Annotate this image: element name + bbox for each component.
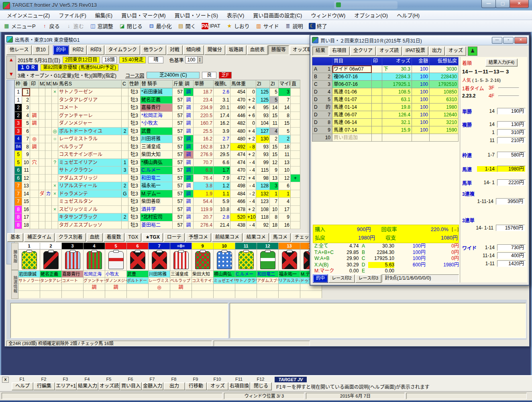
toolbar-button-4[interactable]: ◪閉じる: [119, 22, 143, 30]
silk-column[interactable]: 7川田将雅レーヴミスト◎: [149, 243, 170, 298]
silk-column[interactable]: 6武豊ポルトドート: [127, 243, 149, 298]
race-next-arrow-icon[interactable]: ▼: [7, 71, 16, 78]
table-row[interactable]: B48調ベルラップ牡3三浦皇成57調162.813.7492- 8931518: [15, 143, 300, 151]
racecard-bottom-tab-9[interactable]: 前結果コメ: [212, 233, 243, 242]
racecard-tab-9[interactable]: 開催分: [204, 45, 225, 55]
table-row[interactable]: 24調グァンチャーレ牡3*松岡正海57調220.517.4446+ 693158: [15, 112, 300, 120]
table-row[interactable]: 715ミュゼスルタン牡3柴田善臣57調54.45.9466- 412374: [15, 198, 300, 206]
course-map-link[interactable]: コース図: [125, 72, 144, 79]
fkey-button-F7[interactable]: 金額入力: [142, 382, 163, 390]
table-row[interactable]: 35調ダノンメジャー牡3*小牧太57調160.716.248201041115: [15, 120, 300, 128]
race-prev-arrow-icon[interactable]: ▲: [7, 56, 16, 63]
silk-column[interactable]: 11C.ルメーサトノクラウン: [235, 243, 257, 298]
silk-column[interactable]: =8=三浦皇成ベルラップ調: [170, 243, 192, 298]
bet-row[interactable]: 10買い目追加: [312, 134, 459, 142]
table-row[interactable]: 23コメート牡3嘉藤貴行57調234.920.1490+ 4951414: [15, 104, 300, 112]
fkey-button-F3[interactable]: エリア+1: [55, 382, 77, 390]
close-button[interactable]: ✕: [510, 0, 529, 8]
racecard-bottom-tab-0[interactable]: 基本: [7, 233, 23, 242]
silk-column[interactable]: 9柴田大知コスモナイン: [192, 243, 214, 298]
racecard-tab-11[interactable]: 血統表: [247, 45, 268, 55]
menu-item-8[interactable]: オプション(O): [350, 10, 392, 20]
table-row[interactable]: 47◎○レーヴミストラル牡3川田将雅57調16.22.7480+ 213022: [15, 135, 300, 143]
silk-column[interactable]: 1岩田康誠サトノラーゼ: [18, 243, 40, 298]
racecard-bottom-tab-4[interactable]: 着度数: [104, 233, 124, 242]
menu-item-7[interactable]: ウィンドウ(W): [306, 10, 350, 20]
table-row[interactable]: 36◎ポルトドートウィユ2牡3武豊57調25.53.9480+ 412745: [15, 128, 300, 136]
toolbar-button-11[interactable]: ☾終了: [309, 22, 327, 30]
racecard-tab-4[interactable]: R印3: [87, 45, 104, 55]
racecard-tab-2[interactable]: 的中: [53, 45, 69, 55]
bet-minimize-button[interactable]: —: [492, 37, 502, 44]
toolbar-button-9[interactable]: ▥サイド: [255, 22, 279, 30]
racecard-bottom-tab-3[interactable]: 血統: [87, 233, 103, 242]
racecard-tab-8[interactable]: 傾向検: [183, 45, 204, 55]
silk-column[interactable]: 12和田竜二アダムスブリッ: [257, 243, 279, 298]
table-row[interactable]: 817キタサンブラック2牡3*北村宏司57調20.72.8520+1011889: [15, 213, 300, 221]
bet-toolbar-button-5[interactable]: 出力: [429, 47, 445, 56]
bet-toolbar-button-2[interactable]: 全クリア: [350, 47, 376, 56]
menu-item-3[interactable]: 買い目・マーク(M): [117, 10, 170, 20]
comment-panel-right[interactable]: [230, 303, 526, 338]
bet-row[interactable]: D9馬連 07-1415.91001590: [312, 126, 459, 134]
racecard-tab-10[interactable]: 坂路調: [226, 45, 247, 55]
racecard-bottom-tab-10[interactable]: 結果コメ: [243, 233, 269, 242]
silk-column[interactable]: 2蛯名正義タンタアレグリ: [40, 243, 62, 298]
racecard-tab-5[interactable]: タイムランク: [105, 45, 140, 55]
bet-row[interactable]: D5馬連 01-0763.11006310: [312, 96, 459, 104]
bet-toolbar-button-1[interactable]: 右項目: [329, 47, 350, 56]
bet-row[interactable]: B2複06-07-162284.3100228430: [312, 73, 459, 81]
race-nav-column[interactable]: ▲ ▮ ▼: [6, 56, 16, 79]
racecard-tab-7[interactable]: 対戦: [167, 45, 183, 55]
toolbar-button-5[interactable]: ⊟最小化: [148, 22, 172, 30]
table-row[interactable]: 12タンタアレグリア牡3蛯名正義57調23.43.1470+ 212557: [15, 96, 300, 104]
toolbar-button-7[interactable]: PATIPAT: [202, 23, 220, 29]
racecard-bottom-tab-6[interactable]: ★TGX: [142, 233, 163, 242]
racecard-bottom-tab-2[interactable]: クラス別着: [55, 233, 86, 242]
silk-column[interactable]: 3嘉藤貴行コメート: [62, 243, 84, 298]
result-input-button[interactable]: 結果入力(F4): [485, 59, 518, 67]
racecard-tab-0[interactable]: 他レース: [6, 45, 32, 55]
spinner-arrows-icon[interactable]: ▲▼: [197, 57, 202, 63]
toolbar-button-0[interactable]: ▦メニューP: [3, 22, 36, 30]
bet-toolbar-button-6[interactable]: オッズ: [445, 47, 466, 56]
table-row[interactable]: 510穴?ミュゼエイリアン1牡3*横山典弘57調70.76.6474- 4991…: [15, 159, 300, 167]
bet-titlebar[interactable]: 買い目・２回東京12日目10Ｒ(2015年 5月31日) — ▫ ✕: [310, 35, 529, 45]
fkey-button-F4[interactable]: 結果入力: [77, 382, 98, 390]
racecard-bottom-tab-8[interactable]: 予想コメ: [185, 233, 211, 242]
fnbar-close-button[interactable]: X: [2, 377, 9, 383]
racecard-tab-6[interactable]: 他ランク: [141, 45, 166, 55]
table-row[interactable]: 816×スピリッツミノル牡3酒井学57調119.910.8478+ 210810…: [15, 206, 300, 214]
racecard-bottom-tab-7[interactable]: ローテ: [164, 233, 185, 242]
fkey-button-F8[interactable]: 出力: [163, 382, 185, 390]
fkey-button-F1[interactable]: ヘルプ: [12, 382, 33, 390]
toolbar-button-6[interactable]: ▤開く: [177, 22, 196, 30]
fkey-button-F11[interactable]: 右項目換: [228, 382, 250, 390]
racecard-tab-3[interactable]: R印2: [69, 45, 87, 55]
menu-item-2[interactable]: 編集(E): [91, 10, 117, 20]
bet-row[interactable]: D7馬連 06-07126.410012640: [312, 111, 459, 119]
toolbar-button-10[interactable]: ≣説明: [285, 22, 303, 30]
fkey-button-F5[interactable]: オッズ読: [98, 382, 120, 390]
table-row[interactable]: 713×リアルスティール2牡3福永祐一57調3.81.2498- 412836: [15, 182, 300, 190]
bet-restore-button[interactable]: ▫: [503, 37, 514, 44]
bet-row[interactable]: C3単06-07-1617925.11001792510: [312, 81, 459, 88]
table-row[interactable]: 818タガノエスプレッソ牡3菱田裕二57調276.421.4438- 49218…: [15, 221, 300, 229]
bet-row[interactable]: D8馬連 06-1432.11003210: [312, 119, 459, 126]
toolbar-button-3[interactable]: ◫窓調整: [90, 22, 113, 30]
bet-row[interactable]: A1ワイド 06w07下30.31003030: [312, 65, 459, 73]
table-row[interactable]: 11×サトノラーゼン牡3*岩田康誠57調18.72.6454012553: [15, 88, 300, 96]
comment-panel-left[interactable]: [10, 303, 228, 338]
table-row[interactable]: 612アダムスブリッジ牡3和田竜二57調76.47.9472+ 4981312+: [15, 175, 300, 183]
bet-close-button[interactable]: ✕: [514, 37, 527, 44]
return-rate-arrow[interactable]: [→]: [448, 225, 459, 233]
toolbar-button-8[interactable]: ★しおり: [226, 22, 250, 30]
fkey-button-F6[interactable]: 買い目入: [120, 382, 142, 390]
racecard-bottom-tab-11[interactable]: 馬コメ: [270, 233, 291, 242]
person-icon[interactable]: ♟: [468, 47, 477, 56]
racecard-bottom-tab-1[interactable]: 補正タイム: [24, 233, 55, 242]
menu-item-0[interactable]: メインメニュー(Z): [2, 10, 54, 20]
bet-tab-2[interactable]: レース印3: [355, 274, 382, 283]
color-base-spinner[interactable]: 100 ▲▼: [185, 56, 202, 63]
bet-row[interactable]: D4馬連 01-06108.510010850: [312, 88, 459, 96]
